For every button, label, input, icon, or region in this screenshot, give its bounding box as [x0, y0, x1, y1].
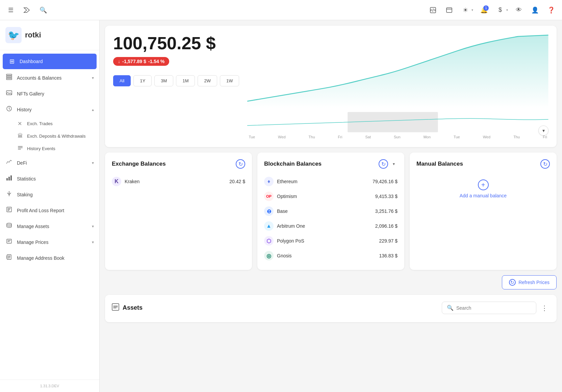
assets-more-btn[interactable]: ⋮	[539, 303, 550, 313]
portfolio-total-value: 100,750.25 $	[113, 34, 239, 53]
filter-1w-btn[interactable]: 1W	[220, 75, 239, 86]
filter-1m-btn[interactable]: 1M	[176, 75, 195, 86]
sidebar-item-address-book[interactable]: Manage Address Book	[0, 250, 99, 266]
sidebar-sub-label: Exch. Trades	[27, 121, 53, 126]
svg-rect-2	[6, 74, 12, 76]
kraken-icon: K	[112, 177, 121, 186]
user-icon[interactable]: 👤	[530, 5, 540, 16]
filter-all-btn[interactable]: All	[113, 75, 131, 86]
currency-icon: $	[495, 5, 506, 16]
sidebar-item-label: DeFi	[17, 160, 88, 166]
notification-icon[interactable]: 🔔 1	[479, 5, 489, 16]
chain-amount: 2,096.16 $	[375, 223, 398, 229]
svg-point-14	[7, 223, 11, 225]
add-manual-balance[interactable]: + Add a manual balance	[416, 174, 550, 204]
main-chart-svg	[247, 34, 548, 108]
events-icon	[18, 145, 24, 152]
chain-amount: 229.97 $	[379, 238, 398, 244]
refresh-prices-button[interactable]: ↻ Refresh Prices	[502, 275, 557, 289]
filter-1y-btn[interactable]: 1Y	[133, 75, 152, 86]
theme-toggle[interactable]: ☀ ▾	[460, 5, 473, 16]
portfolio-change-badge: ↓ -1,577.89 $ -1.54 %	[113, 57, 169, 66]
address-book-icon	[5, 254, 13, 262]
exchange-balances-title: Exchange Balances	[112, 161, 166, 167]
svg-rect-11	[8, 177, 10, 180]
profit-loss-icon	[5, 206, 13, 214]
sidebar-item-label: Accounts & Balances	[17, 75, 88, 81]
currency-selector[interactable]: $ ▾	[495, 5, 508, 16]
svg-rect-19	[6, 258, 7, 258]
time-filter-group: All 1Y 3M 1M 2W 1W	[113, 75, 239, 86]
defi-icon	[5, 159, 13, 167]
chart-scroll-down-btn[interactable]: ▾	[538, 125, 548, 136]
sidebar-item-exch-trades[interactable]: ✕ Exch. Trades	[0, 117, 99, 130]
sidebar-item-dashboard[interactable]: ⊞ Dashboard	[3, 54, 97, 69]
sidebar-version: 1.31.3.DEV	[0, 380, 99, 392]
gnosis-icon: ◎	[264, 251, 274, 260]
sidebar-item-label: Manage Address Book	[17, 255, 94, 261]
code-icon[interactable]	[428, 5, 438, 16]
accounts-icon	[5, 74, 13, 82]
eye-icon[interactable]: 👁	[513, 5, 524, 16]
help-icon[interactable]: ❓	[546, 5, 557, 16]
blockchain-balances-title: Blockchain Balances	[264, 161, 322, 167]
sidebar-item-manage-prices[interactable]: Manage Prices ▾	[0, 234, 99, 250]
portfolio-change-amount: -1,577.89 $	[122, 59, 146, 64]
blockchain-row-gnosis: ◎ Gnosis 136.83 $	[264, 248, 398, 263]
mini-chart-svg	[247, 112, 548, 132]
chain-amount: 3,251.76 $	[375, 208, 398, 214]
sidebar-nav: ⊞ Dashboard Accounts & Balances ▾ NFTs G…	[0, 50, 99, 380]
assets-search-input[interactable]	[456, 305, 531, 311]
svg-rect-15	[7, 239, 11, 243]
menu-icon[interactable]: ☰	[5, 5, 16, 16]
sidebar-item-exch-deposits[interactable]: 🏛 Exch. Deposits & Withdrawals	[0, 130, 99, 142]
portfolio-header: 100,750.25 $ ↓ -1,577.89 $ -1.54 % All 1…	[113, 34, 548, 139]
filter-3m-btn[interactable]: 3M	[154, 75, 173, 86]
browser-icon[interactable]	[444, 5, 455, 16]
sidebar-item-label: Statistics	[17, 176, 94, 181]
main-content: 100,750.25 $ ↓ -1,577.89 $ -1.54 % All 1…	[100, 20, 562, 392]
dashboard-icon: ⊞	[8, 58, 16, 65]
tag-icon[interactable]	[22, 5, 32, 16]
add-circle-icon: +	[478, 179, 489, 190]
chart-x-labels: Tue Wed Thu Fri Sat Sun Mon Tue Wed Thu …	[247, 135, 548, 139]
refresh-prices-container: ↻ Refresh Prices	[105, 275, 557, 289]
assets-search-box[interactable]: 🔍	[442, 302, 536, 314]
svg-rect-10	[6, 178, 8, 180]
sidebar-item-label: Staking	[17, 192, 94, 197]
portfolio-card: 100,750.25 $ ↓ -1,577.89 $ -1.54 % All 1…	[105, 26, 557, 147]
exchange-refresh-btn[interactable]: ↻	[236, 159, 245, 169]
sidebar-item-label: NFTs Gallery	[17, 91, 94, 96]
sidebar-item-label: Profit And Loss Report	[17, 208, 94, 213]
trades-icon: ✕	[18, 120, 24, 127]
sidebar-logo: 🐦 rotki	[0, 20, 99, 50]
filter-2w-btn[interactable]: 2W	[198, 75, 217, 86]
svg-rect-9	[18, 149, 21, 149]
sidebar-item-history[interactable]: History ▴	[0, 102, 99, 117]
blockchain-dropdown-btn[interactable]: ▾	[390, 160, 398, 168]
sidebar-item-nfts[interactable]: NFTs Gallery	[0, 86, 99, 102]
sidebar-item-statistics[interactable]: Statistics	[0, 171, 99, 187]
change-direction-icon: ↓	[118, 59, 120, 64]
blockchain-card-icons: ↻ ▾	[379, 159, 398, 169]
search-icon[interactable]: 🔍	[38, 5, 49, 16]
sidebar-item-manage-assets[interactable]: Manage Assets ▾	[0, 218, 99, 234]
chain-name: Optimism	[277, 194, 297, 199]
sidebar-item-accounts-balances[interactable]: Accounts & Balances ▾	[0, 70, 99, 86]
sidebar-item-label: Manage Assets	[17, 224, 88, 229]
manual-refresh-btn[interactable]: ↻	[540, 159, 550, 169]
statistics-icon	[5, 175, 13, 183]
chain-name: Ethereum	[277, 179, 298, 184]
sidebar-item-defi[interactable]: DeFi ▾	[0, 155, 99, 171]
blockchain-row-polygon: ⬡ Polygon PoS 229.97 $	[264, 233, 398, 248]
sidebar-item-history-events[interactable]: History Events	[0, 142, 99, 155]
sidebar-sub-label: History Events	[27, 146, 55, 151]
sidebar-item-staking[interactable]: Staking	[0, 187, 99, 202]
manual-card-header: Manual Balances ↻	[416, 159, 550, 169]
chevron-up-icon: ▴	[92, 107, 94, 112]
app-layout: 🐦 rotki ⊞ Dashboard Accounts & Balances …	[0, 20, 562, 392]
sidebar-item-profit-loss[interactable]: Profit And Loss Report	[0, 202, 99, 218]
sidebar-item-label: History	[17, 107, 88, 112]
chevron-down-icon: ▾	[92, 240, 94, 245]
blockchain-refresh-btn[interactable]: ↻	[379, 159, 388, 169]
